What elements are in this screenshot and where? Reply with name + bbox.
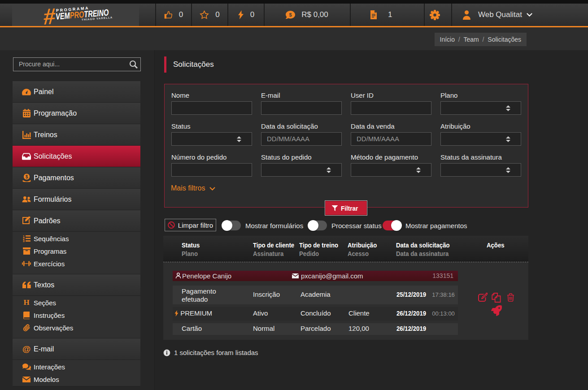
- svg-text:$: $: [25, 174, 28, 179]
- svg-text:3: 3: [23, 239, 25, 242]
- svg-text:$: $: [289, 12, 292, 17]
